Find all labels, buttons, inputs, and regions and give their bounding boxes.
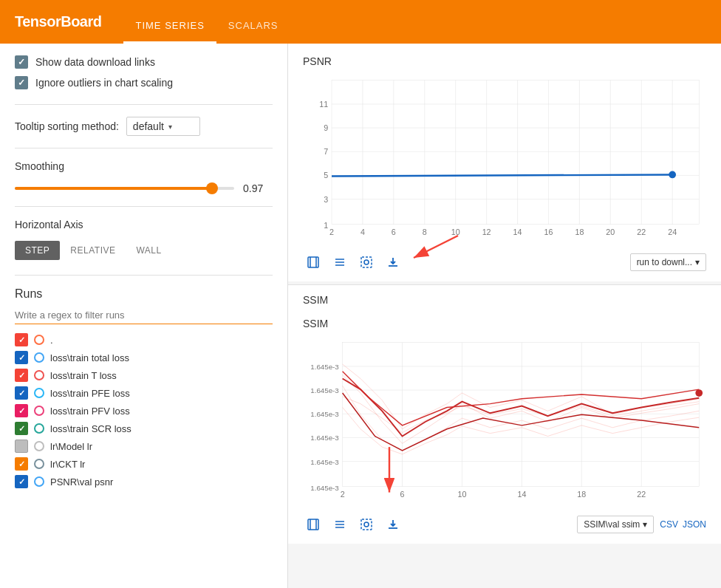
svg-text:10: 10 (451, 228, 460, 236)
run-checkbox-loss-pfe[interactable] (15, 386, 28, 400)
run-label-dot: . (50, 335, 53, 346)
run-circle-lr-ckt (34, 459, 44, 469)
run-label-lr-model: lr\Model lr (50, 441, 92, 452)
axis-buttons: STEP RELATIVE WALL (15, 241, 273, 260)
run-checkbox-lr-model[interactable] (15, 440, 28, 453)
run-circle-dot (34, 335, 44, 345)
chevron-down-icon-ssim: ▾ (643, 519, 647, 530)
show-download-row: Show data download links (15, 55, 273, 69)
options-section: Show data download links Ignore outliers… (15, 55, 273, 89)
run-item-loss-t[interactable]: loss\train T loss (15, 369, 273, 382)
svg-rect-45 (361, 257, 372, 267)
ssim-section-header: SSIM (288, 284, 721, 306)
svg-point-70 (695, 389, 703, 397)
main-layout: Show data download links Ignore outliers… (0, 44, 721, 588)
ssim-csv-link[interactable]: CSV (660, 519, 678, 530)
run-checkbox-loss-t[interactable] (15, 369, 28, 382)
svg-text:9: 9 (324, 123, 328, 132)
svg-text:11: 11 (319, 100, 328, 109)
smoothing-slider-track[interactable] (15, 187, 234, 190)
svg-text:18: 18 (575, 228, 584, 236)
run-item-loss-pfe[interactable]: loss\train PFE loss (15, 386, 273, 400)
divider-3 (15, 206, 273, 207)
run-item-psnr[interactable]: PSNR\val psnr (15, 475, 273, 488)
ssim-json-link[interactable]: JSON (683, 519, 706, 530)
psnr-expand-btn[interactable] (303, 252, 324, 273)
run-circle-psnr (34, 476, 44, 487)
runs-section: Runs . loss\train total loss loss\train … (15, 287, 273, 488)
run-checkbox-loss-pfv[interactable] (15, 404, 28, 417)
run-circle-loss-t (34, 370, 44, 380)
run-item-lr-model[interactable]: lr\Model lr (15, 440, 273, 453)
psnr-chart-toolbar: run to downl... ▾ (303, 252, 706, 273)
ssim-export-links: CSV JSON (660, 519, 706, 530)
run-item-loss-total[interactable]: loss\train total loss (15, 351, 273, 364)
ssim-run-select-label: SSIM\val ssim (584, 519, 640, 530)
run-circle-loss-scr (34, 423, 44, 434)
run-circle-loss-pfv (34, 406, 44, 416)
svg-text:1: 1 (324, 221, 328, 230)
run-circle-loss-pfe (34, 388, 44, 398)
ssim-download-btn[interactable] (383, 514, 403, 535)
ssim-chart-card: SSIM 1.6 (288, 306, 721, 544)
ssim-toolbar-right: SSIM\val ssim ▾ CSV JSON (577, 516, 706, 533)
svg-text:1.645e-3: 1.645e-3 (310, 363, 339, 371)
show-download-checkbox[interactable] (15, 55, 28, 69)
svg-text:3: 3 (324, 195, 328, 204)
axis-btn-step[interactable]: STEP (15, 241, 60, 260)
chevron-down-icon: ▾ (695, 257, 700, 267)
psnr-list-btn[interactable] (329, 252, 350, 273)
ssim-chart-svg: 1.645e-3 1.645e-3 1.645e-3 1.645e-3 1.64… (303, 335, 706, 508)
psnr-chart-container: 1 3 5 7 9 11 2 4 6 8 10 12 14 16 18 20 (303, 73, 706, 246)
run-checkbox-loss-scr[interactable] (15, 422, 28, 435)
run-item-loss-pfv[interactable]: loss\train PFV loss (15, 404, 273, 417)
svg-rect-73 (308, 519, 318, 530)
ssim-chart-toolbar: SSIM\val ssim ▾ CSV JSON (303, 514, 706, 535)
run-label-loss-scr: loss\train SCR loss (50, 423, 131, 434)
run-label-loss-pfe: loss\train PFE loss (50, 388, 130, 399)
axis-btn-relative[interactable]: RELATIVE (60, 241, 126, 260)
tooltip-sort-label: Tooltip sorting method: (15, 120, 119, 132)
svg-text:2: 2 (341, 490, 345, 499)
run-item-dot[interactable]: . (15, 333, 273, 346)
run-checkbox-lr-ckt[interactable] (15, 457, 28, 471)
runs-filter-input[interactable] (15, 307, 273, 324)
divider-2 (15, 148, 273, 148)
run-checkbox-psnr[interactable] (15, 475, 28, 488)
svg-text:22: 22 (637, 490, 646, 499)
content-area: PSNR (288, 44, 721, 588)
psnr-run-select[interactable]: run to downl... ▾ (630, 253, 706, 271)
svg-point-36 (669, 171, 676, 179)
tooltip-sort-select[interactable]: default ▾ (126, 117, 200, 136)
svg-text:14: 14 (517, 490, 526, 499)
main-nav: TIME SERIES SCALARS (123, 0, 290, 44)
smoothing-value: 0.97 (243, 182, 273, 194)
nav-time-series[interactable]: TIME SERIES (123, 20, 216, 44)
nav-scalars[interactable]: SCALARS (216, 20, 290, 44)
smoothing-slider-fill (15, 187, 212, 190)
app-logo: TensorBoard (15, 13, 101, 30)
ssim-run-select[interactable]: SSIM\val ssim ▾ (577, 516, 654, 533)
psnr-crosshair-btn[interactable] (356, 252, 377, 273)
ssim-header-label: SSIM (303, 294, 328, 306)
ssim-list-btn[interactable] (329, 514, 350, 535)
ignore-outliers-checkbox[interactable] (15, 76, 28, 89)
svg-text:22: 22 (637, 228, 646, 236)
psnr-tools-left (303, 252, 403, 273)
run-label-loss-t: loss\train T loss (50, 370, 117, 381)
run-item-lr-ckt[interactable]: lr\CKT lr (15, 457, 273, 471)
run-checkbox-dot[interactable] (15, 333, 28, 346)
smoothing-slider-thumb[interactable] (206, 182, 218, 194)
tooltip-sort-row: Tooltip sorting method: default ▾ (15, 117, 273, 136)
ssim-expand-btn[interactable] (303, 514, 324, 535)
run-item-loss-scr[interactable]: loss\train SCR loss (15, 422, 273, 435)
psnr-download-btn[interactable] (383, 252, 403, 273)
svg-text:1.645e-3: 1.645e-3 (310, 484, 339, 492)
run-circle-loss-total (34, 352, 44, 363)
svg-point-80 (364, 522, 369, 527)
ssim-crosshair-btn[interactable] (356, 514, 377, 535)
svg-point-46 (364, 260, 369, 264)
axis-btn-wall[interactable]: WALL (126, 241, 171, 260)
svg-text:10: 10 (458, 490, 467, 499)
run-checkbox-loss-total[interactable] (15, 351, 28, 364)
